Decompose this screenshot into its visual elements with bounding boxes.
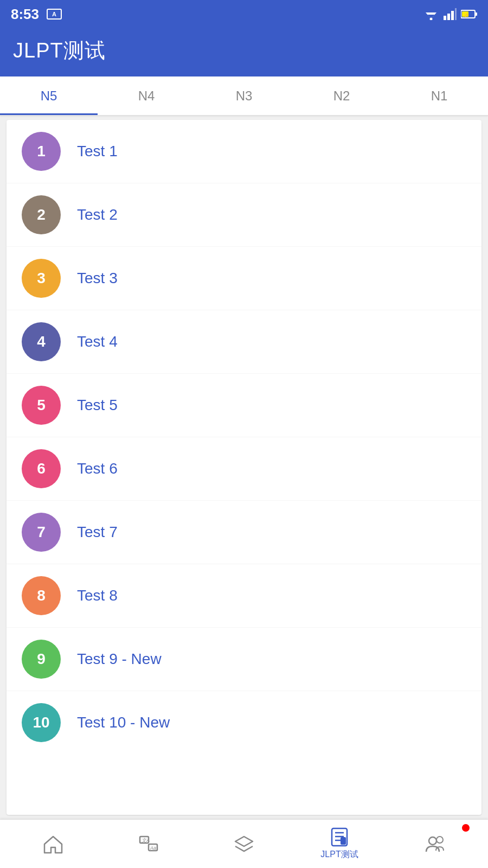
translate-icon: 文A Aa [139,834,158,854]
svg-marker-15 [235,837,253,846]
tab-n1[interactable]: N1 [390,76,488,115]
list-item-test-1[interactable]: 1Test 1 [7,120,481,183]
test-badge-10: 10 [22,703,61,742]
test-badge-3: 3 [22,259,61,298]
tabs-bar: N5 N4 N3 N2 N1 [0,76,488,116]
test-badge-5: 5 [22,386,61,425]
test-label-10: Test 10 - New [77,714,170,731]
list-item-test-9[interactable]: 9Test 9 - New [7,628,481,691]
list-item-test-7[interactable]: 7Test 7 [7,501,481,564]
wifi-icon [423,8,439,20]
test-label-5: Test 5 [77,397,118,414]
test-label-8: Test 8 [77,587,118,604]
svg-rect-8 [475,12,477,16]
test-label-1: Test 1 [77,143,118,160]
test-badge-7: 7 [22,513,61,552]
tab-n4[interactable]: N4 [98,76,195,115]
test-label-4: Test 4 [77,333,118,350]
list-item-test-5[interactable]: 5Test 5 [7,374,481,437]
test-label-6: Test 6 [77,460,118,477]
battery-icon: ⚡ [461,9,477,19]
layers-icon [234,834,254,854]
svg-rect-6 [455,8,457,20]
svg-rect-20 [341,837,346,845]
jlpt-icon [330,827,349,847]
nav-jlpt[interactable]: JLPT测试 [292,820,387,868]
status-bar: 8:53 A ⚡ [0,0,488,27]
svg-rect-3 [444,16,446,20]
signal-icon [444,8,457,20]
profile-icon [425,834,445,854]
tab-n5[interactable]: N5 [0,76,98,115]
svg-text:Aa: Aa [150,845,156,851]
app-title: JLPT测试 [13,39,106,62]
test-badge-2: 2 [22,195,61,234]
test-label-2: Test 2 [77,206,118,224]
list-item-test-2[interactable]: 2Test 2 [7,183,481,247]
list-item-test-10[interactable]: 10Test 10 - New [7,691,481,754]
status-time: 8:53 [11,6,39,23]
test-badge-1: 1 [22,132,61,171]
test-label-9: Test 9 - New [77,650,162,668]
tab-n2[interactable]: N2 [293,76,390,115]
test-badge-6: 6 [22,449,61,488]
notification-dot [462,824,470,832]
svg-text:⚡: ⚡ [463,11,470,18]
app-bar: JLPT测试 [0,27,488,76]
test-badge-9: 9 [22,640,61,679]
list-item-test-6[interactable]: 6Test 6 [7,437,481,501]
nav-translate[interactable]: 文A Aa [101,820,196,868]
nav-profile[interactable] [387,820,483,868]
svg-point-2 [430,18,433,21]
tab-n3[interactable]: N3 [195,76,293,115]
home-icon [43,834,63,854]
test-badge-8: 8 [22,576,61,615]
test-label-7: Test 7 [77,524,118,541]
nav-jlpt-label: JLPT测试 [320,849,358,860]
svg-text:文A: 文A [142,838,150,843]
svg-point-21 [429,837,436,845]
nav-home[interactable] [5,820,101,868]
test-list: 1Test 12Test 23Test 34Test 45Test 56Test… [7,120,481,815]
bottom-nav: 文A Aa JLPT测试 [0,819,488,868]
list-item-test-3[interactable]: 3Test 3 [7,247,481,310]
test-badge-4: 4 [22,322,61,361]
list-item-test-8[interactable]: 8Test 8 [7,564,481,628]
status-icons: ⚡ [423,8,477,20]
nav-layers[interactable] [196,820,292,868]
svg-point-22 [436,837,443,843]
svg-rect-5 [451,11,454,20]
input-method-icon: A [47,9,62,20]
test-label-3: Test 3 [77,270,118,287]
list-item-test-4[interactable]: 4Test 4 [7,310,481,374]
svg-rect-4 [447,14,450,20]
